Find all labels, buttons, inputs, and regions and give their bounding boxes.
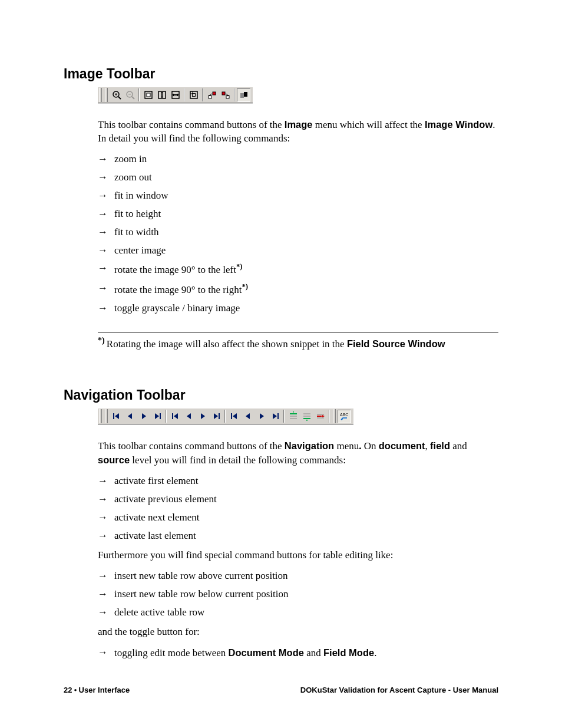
- bold-text: Document Mode: [229, 647, 304, 658]
- svg-marker-23: [128, 413, 132, 419]
- text: rotate the image 90° to the left: [114, 264, 236, 275]
- list-item: toggling edit mode between Document Mode…: [98, 646, 498, 660]
- navigation-toolbar: ABC: [98, 408, 353, 424]
- svg-marker-46: [306, 419, 308, 421]
- svg-marker-24: [142, 413, 146, 419]
- text: On: [361, 440, 378, 452]
- command-list: zoom in zoom out fit in window fit to he…: [98, 153, 498, 315]
- bold-text: Image: [285, 119, 313, 130]
- list-item: toggle grayscale / binary image: [98, 302, 498, 315]
- toolbar-separator-icon: [138, 88, 140, 101]
- text: This toolbar contains command buttons of…: [98, 119, 285, 130]
- list-item: delete active table row: [98, 606, 498, 620]
- bold-text: document: [379, 440, 425, 451]
- fit-window-icon: [141, 88, 155, 102]
- first-source-icon: [227, 410, 241, 423]
- svg-marker-42: [293, 411, 294, 413]
- bold-text: Field Mode: [323, 647, 374, 658]
- svg-rect-20: [244, 92, 247, 97]
- toolbar-grip-icon: [105, 88, 108, 102]
- footnote: *)Rotating the image will also affect th…: [98, 335, 498, 351]
- paragraph: and the toggle button for:: [98, 625, 498, 639]
- separator: •: [72, 686, 78, 694]
- prev-doc-icon: [123, 410, 137, 423]
- list-item: fit to width: [98, 226, 498, 239]
- svg-rect-17: [222, 92, 225, 95]
- rotate-right-icon: [219, 88, 232, 102]
- svg-rect-33: [231, 413, 232, 419]
- image-toolbar: [98, 87, 253, 103]
- paragraph: Furthermore you will find special comman…: [98, 549, 498, 562]
- list-item: zoom in: [98, 153, 498, 166]
- last-field-icon: [209, 410, 223, 423]
- insert-row-above-icon: [286, 410, 300, 423]
- list-item: rotate the image 90° to the right*): [98, 282, 498, 297]
- svg-marker-35: [246, 413, 250, 419]
- prev-source-icon: [241, 410, 254, 423]
- bold-text: field: [430, 440, 450, 451]
- text: This toolbar contains command buttons of…: [98, 440, 285, 452]
- center-image-icon: [187, 88, 200, 102]
- svg-marker-25: [155, 413, 159, 419]
- list-item: activate next element: [98, 511, 498, 525]
- svg-text:ABC: ABC: [340, 413, 348, 417]
- first-doc-icon: [110, 410, 123, 423]
- text: rotate the image 90° to the right: [114, 284, 242, 295]
- insert-row-below-icon: [300, 410, 313, 423]
- toolbar-grip-icon: [99, 88, 102, 102]
- zoom-out-icon: [123, 88, 137, 102]
- toolbar-separator-icon: [184, 88, 185, 101]
- prev-field-icon: [182, 410, 196, 423]
- svg-marker-31: [214, 413, 218, 419]
- image-toolbar-description: This toolbar contains command buttons of…: [98, 118, 498, 351]
- delete-row-icon: [313, 410, 327, 423]
- fit-width-icon: [168, 88, 182, 102]
- svg-rect-21: [113, 413, 114, 419]
- svg-rect-27: [172, 413, 173, 419]
- navigation-toolbar-description: This toolbar contains command buttons of…: [98, 439, 498, 660]
- section-name: User Interface: [79, 686, 130, 694]
- zoom-in-icon: [110, 88, 123, 102]
- svg-rect-32: [219, 413, 220, 419]
- grayscale-toggle-icon: [237, 88, 250, 102]
- next-field-icon: [196, 410, 209, 423]
- toolbar-separator-icon: [234, 88, 235, 101]
- toolbar-grip-icon: [333, 409, 336, 423]
- page-number: 22: [64, 686, 72, 694]
- svg-marker-22: [115, 413, 119, 419]
- list-item: insert new table row above current posit…: [98, 569, 498, 583]
- svg-rect-38: [277, 413, 279, 419]
- last-doc-icon: [150, 410, 164, 423]
- command-list: activate first element activate previous…: [98, 475, 498, 543]
- list-item: zoom out: [98, 171, 498, 185]
- text: and: [450, 440, 467, 452]
- toolbar-separator-icon: [224, 410, 226, 423]
- document-page: Image Toolbar: [0, 0, 562, 728]
- toolbar-separator-icon: [329, 410, 330, 423]
- bold-text: Image Window: [425, 119, 492, 130]
- footnote-star: *): [242, 282, 248, 291]
- list-item: fit in window: [98, 189, 498, 203]
- svg-marker-34: [233, 413, 237, 419]
- svg-marker-36: [260, 413, 264, 419]
- svg-rect-19: [240, 93, 244, 98]
- list-item: activate previous element: [98, 493, 498, 506]
- list-item: activate first element: [98, 475, 498, 488]
- list-item: center image: [98, 244, 498, 258]
- text: .: [374, 647, 376, 658]
- last-source-icon: [268, 410, 282, 423]
- svg-rect-8: [147, 93, 150, 97]
- footnote-marker: *): [98, 335, 105, 345]
- svg-line-1: [118, 97, 121, 99]
- fit-height-icon: [155, 88, 168, 102]
- page-footer: 22 • User Interface DOKuStar Validation …: [64, 685, 498, 696]
- next-doc-icon: [137, 410, 150, 423]
- toolbar-separator-icon: [202, 88, 203, 101]
- toolbar-separator-icon: [283, 410, 285, 423]
- text: menu: [334, 440, 359, 452]
- list-item: insert new table row below current posit…: [98, 588, 498, 601]
- navigation-toolbar-container: ABC: [98, 408, 498, 427]
- edit-mode-toggle-icon: ABC: [338, 410, 351, 423]
- footnote-star: *): [236, 262, 243, 271]
- svg-rect-13: [190, 91, 197, 98]
